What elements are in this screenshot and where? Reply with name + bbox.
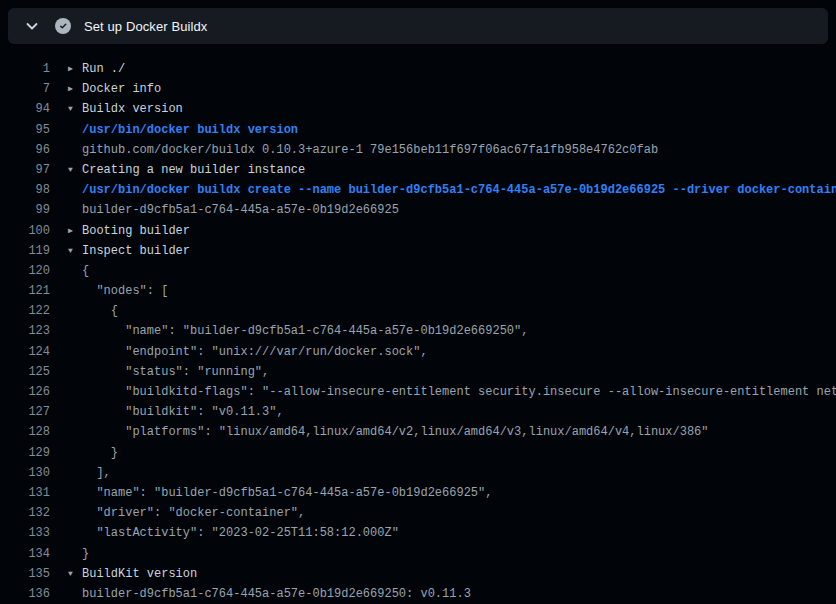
step-header-set-up-docker-buildx[interactable]: Set up Docker Buildx [8,8,828,44]
line-number[interactable]: 135 [0,564,50,584]
line-number[interactable]: 123 [0,321,50,341]
log-line-text: Inspect builder [82,244,190,258]
log-line-text: ], [82,466,111,480]
log-line: 127 "buildkit": "v0.11.3", [0,402,836,422]
log-group-header[interactable]: ▼Creating a new builder instance [68,160,305,180]
log-line-text: Docker info [82,82,161,96]
log-line: 7▶Docker info [0,79,836,99]
log-group-header[interactable]: ▶Docker info [68,79,161,99]
log-line-text: Buildx version [82,102,183,116]
line-number[interactable]: 100 [0,221,50,241]
line-number[interactable]: 122 [0,301,50,321]
log-output-text: "driver": "docker-container", [68,503,305,523]
log-line: 128 "platforms": "linux/amd64,linux/amd6… [0,422,836,442]
log-line-text: Run ./ [82,62,125,76]
triangle-right-icon: ▶ [68,79,82,99]
log-line-text: { [82,304,118,318]
log-command-text: /usr/bin/docker buildx version [68,120,298,140]
log-command-text: /usr/bin/docker buildx create --name bui… [68,180,836,200]
triangle-down-icon: ▼ [68,241,82,261]
log-line-text: "lastActivity": "2023-02-25T11:58:12.000… [82,526,399,540]
triangle-down-icon: ▼ [68,564,82,584]
log-line: 97▼Creating a new builder instance [0,160,836,180]
log-line: 124 "endpoint": "unix:///var/run/docker.… [0,342,836,362]
log-line-text: github.com/docker/buildx 0.10.3+azure-1 … [82,143,658,157]
log-group-header[interactable]: ▼BuildKit version [68,564,197,584]
log-line-text: /usr/bin/docker buildx version [82,123,298,137]
log-output-text: { [68,261,89,281]
log-line-text: { [82,264,89,278]
log-output-text: builder-d9cfb5a1-c764-445a-a57e-0b19d2e6… [68,200,399,220]
log-group-header[interactable]: ▶Booting builder [68,221,190,241]
log-line: 134} [0,544,836,564]
triangle-right-icon: ▶ [68,59,82,79]
line-number[interactable]: 128 [0,422,50,442]
log-output-text: { [68,301,118,321]
log-group-header[interactable]: ▼Buildx version [68,99,183,119]
triangle-down-icon: ▼ [68,160,82,180]
log-line-text: /usr/bin/docker buildx create --name bui… [82,183,836,197]
log-line: 123 "name": "builder-d9cfb5a1-c764-445a-… [0,321,836,341]
line-number[interactable]: 126 [0,382,50,402]
line-number[interactable]: 134 [0,544,50,564]
log-line-text: } [82,547,89,561]
log-line-text: "platforms": "linux/amd64,linux/amd64/v2… [82,425,709,439]
log-line: 130 ], [0,463,836,483]
log-output-text: "name": "builder-d9cfb5a1-c764-445a-a57e… [68,483,492,503]
log-line: 99builder-d9cfb5a1-c764-445a-a57e-0b19d2… [0,200,836,220]
line-number[interactable]: 97 [0,160,50,180]
log-line: 136builder-d9cfb5a1-c764-445a-a57e-0b19d… [0,584,836,604]
line-number[interactable]: 96 [0,140,50,160]
log-group-header[interactable]: ▼Inspect builder [68,241,190,261]
log-group-header[interactable]: ▶Run ./ [68,59,125,79]
log-line: 126 "buildkitd-flags": "--allow-insecure… [0,382,836,402]
log-line: 125 "status": "running", [0,362,836,382]
log-line: 122 { [0,301,836,321]
triangle-down-icon: ▼ [68,99,82,119]
log-line: 120{ [0,261,836,281]
line-number[interactable]: 130 [0,463,50,483]
line-number[interactable]: 120 [0,261,50,281]
line-number[interactable]: 127 [0,402,50,422]
line-number[interactable]: 125 [0,362,50,382]
log-line-text: "name": "builder-d9cfb5a1-c764-445a-a57e… [82,486,492,500]
log-line-text: Creating a new builder instance [82,163,305,177]
line-number[interactable]: 7 [0,79,50,99]
log-line-text: "buildkit": "v0.11.3", [82,405,284,419]
line-number[interactable]: 136 [0,584,50,604]
log-line-text: } [82,446,118,460]
log-output-text: } [68,443,118,463]
log-output-text: "nodes": [ [68,281,168,301]
line-number[interactable]: 129 [0,443,50,463]
chevron-down-icon[interactable] [24,18,40,34]
log-output-text: "buildkitd-flags": "--allow-insecure-ent… [68,382,836,402]
step-title: Set up Docker Buildx [84,19,207,34]
line-number[interactable]: 98 [0,180,50,200]
line-number[interactable]: 94 [0,99,50,119]
log-line: 133 "lastActivity": "2023-02-25T11:58:12… [0,523,836,543]
line-number[interactable]: 133 [0,523,50,543]
log-line-text: "driver": "docker-container", [82,506,305,520]
log-line-text: builder-d9cfb5a1-c764-445a-a57e-0b19d2e6… [82,587,471,601]
log-line: 129 } [0,443,836,463]
log-output-text: "buildkit": "v0.11.3", [68,402,284,422]
line-number[interactable]: 121 [0,281,50,301]
log-line: 96github.com/docker/buildx 0.10.3+azure-… [0,140,836,160]
log-line: 100▶Booting builder [0,221,836,241]
line-number[interactable]: 95 [0,120,50,140]
line-number[interactable]: 124 [0,342,50,362]
line-number[interactable]: 119 [0,241,50,261]
line-number[interactable]: 1 [0,59,50,79]
log-line: 98/usr/bin/docker buildx create --name b… [0,180,836,200]
log-output-text: builder-d9cfb5a1-c764-445a-a57e-0b19d2e6… [68,584,471,604]
line-number[interactable]: 131 [0,483,50,503]
log-output-text: "status": "running", [68,362,269,382]
log-line: 135▼BuildKit version [0,564,836,584]
log-output-text: } [68,544,89,564]
log-line: 132 "driver": "docker-container", [0,503,836,523]
log-output-text: "endpoint": "unix:///var/run/docker.sock… [68,342,428,362]
line-number[interactable]: 132 [0,503,50,523]
line-number[interactable]: 99 [0,200,50,220]
log-line: 119▼Inspect builder [0,241,836,261]
log-line: 94▼Buildx version [0,99,836,119]
